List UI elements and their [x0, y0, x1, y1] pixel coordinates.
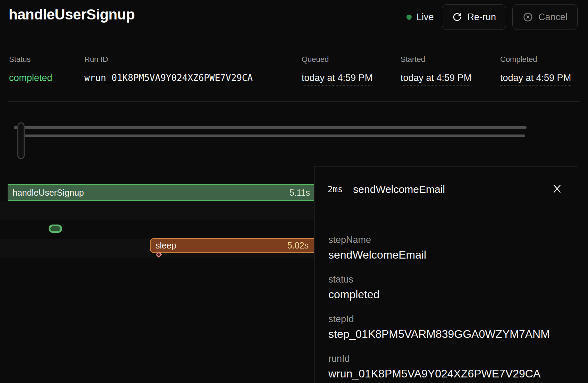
field-status-label: status: [328, 274, 564, 285]
field-status-value: completed: [328, 287, 564, 301]
completed-time-value[interactable]: today at 4:59 PM: [500, 72, 571, 85]
rerun-label: Re-run: [467, 12, 496, 23]
step-duration-badge: 2ms: [328, 185, 343, 194]
field-status: status completed: [328, 274, 564, 301]
field-step-name: stepName sendWelcomeEmail: [328, 235, 564, 262]
top-controls: Live Re-run Cancel: [406, 4, 578, 30]
step-detail-body: stepName sendWelcomeEmail status complet…: [314, 212, 578, 381]
step-detail-header: 2ms sendWelcomeEmail: [314, 166, 578, 212]
gantt-top-border: [8, 162, 314, 162]
field-run-id-label: runId: [328, 353, 564, 364]
field-step-id: stepId step_01K8PM5VARM839GGA0WZYM7ANM: [328, 314, 564, 341]
field-step-name-label: stepName: [328, 235, 564, 245]
gantt-bar-sleep[interactable]: sleep 5.02s: [150, 238, 314, 253]
step-detail-title: sendWelcomeEmail: [353, 184, 445, 195]
gantt-bar-run-duration: 5.11s: [289, 188, 310, 198]
queued-time-value[interactable]: today at 4:59 PM: [302, 72, 372, 85]
field-step-id-label: stepId: [328, 314, 564, 324]
live-label: Live: [417, 12, 434, 23]
refresh-icon: [452, 12, 462, 22]
meta-started-label: Started: [401, 55, 471, 64]
close-icon: [552, 190, 563, 195]
meta-started: Started today at 4:59 PM: [401, 55, 471, 85]
page-title: handleUserSignup: [9, 6, 135, 23]
step-detail-panel: 2ms sendWelcomeEmail stepName sendWelcom…: [314, 166, 578, 383]
field-step-name-value: sendWelcomeEmail: [328, 248, 564, 262]
gantt-bar-sleep-duration: 5.02s: [287, 241, 309, 251]
run-id-value: wrun_01K8PM5VA9Y024XZ6PWE7V29CA: [84, 72, 253, 83]
rerun-button[interactable]: Re-run: [442, 4, 506, 30]
meta-completed: Completed today at 4:59 PM: [500, 55, 571, 85]
panel-close-button[interactable]: [550, 182, 564, 197]
cancel-button[interactable]: Cancel: [512, 4, 578, 30]
meta-queued-label: Queued: [302, 55, 372, 64]
meta-status-label: Status: [9, 55, 52, 64]
cancel-circle-x-icon: [522, 11, 534, 23]
minimap-sleep-track: [21, 135, 525, 137]
gantt-bar-run[interactable]: handleUserSignup 5.11s: [8, 184, 314, 201]
minimap-brush-handle[interactable]: [17, 122, 25, 159]
started-time-value[interactable]: today at 4:59 PM: [401, 72, 471, 85]
timeline-minimap: [0, 101, 588, 162]
meta-queued: Queued today at 4:59 PM: [302, 55, 372, 85]
meta-run-id-label: Run ID: [84, 55, 253, 64]
field-step-id-value: step_01K8PM5VARM839GGA0WZYM7ANM: [328, 327, 564, 341]
meta-status: Status completed: [9, 55, 52, 83]
live-toggle[interactable]: Live: [406, 12, 434, 23]
run-status-value: completed: [9, 72, 52, 83]
field-run-id-value: wrun_01K8PM5VA9Y024XZ6PWE7V29CA: [328, 367, 564, 381]
meta-run-id: Run ID wrun_01K8PM5VA9Y024XZ6PWE7V29CA: [84, 55, 253, 83]
gantt-bar-sleep-label: sleep: [156, 241, 176, 251]
cancel-label: Cancel: [538, 12, 568, 23]
field-run-id: runId wrun_01K8PM5VA9Y024XZ6PWE7V29CA: [328, 353, 564, 381]
meta-completed-label: Completed: [500, 55, 571, 64]
minimap-run-track: [14, 126, 527, 129]
gantt-bar-send-welcome-email[interactable]: [49, 225, 62, 233]
live-status-dot-icon: [406, 15, 412, 20]
gantt-row-stripe: [0, 201, 314, 220]
gantt-bar-run-label: handleUserSignup: [12, 188, 84, 198]
